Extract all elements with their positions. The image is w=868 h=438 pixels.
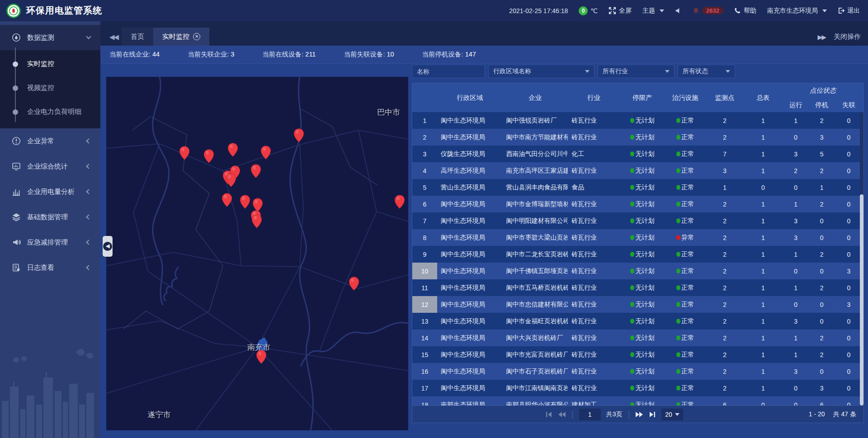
org-dropdown[interactable]: 南充市生态环境局 (767, 7, 827, 15)
tabs-scroll-left-icon[interactable]: ◀◀ (106, 33, 122, 46)
table-row[interactable]: 6阆中生态环境局阆中市金博瑞新型墙材砖瓦行业无计划正常21120 (412, 196, 863, 212)
alert-circle-icon (12, 137, 21, 146)
table-row[interactable]: 8阆中生态环境局阆中市枣碧大梁山页岩砖瓦行业无计划异常21300 (412, 229, 863, 246)
tab-home[interactable]: 首页 (122, 28, 153, 46)
temperature-badge: 0 (579, 6, 588, 15)
table-row[interactable]: 2阆中生态环境局阆中市南方节能建材有砖瓦行业无计划正常21030 (412, 129, 863, 146)
cell-company: 南充市高坪区王家店建 (503, 167, 568, 175)
table-row[interactable]: 13阆中生态环境局阆中市金福旺页岩机砖砖瓦行业无计划正常21300 (412, 313, 863, 330)
cell-meter: 1 (744, 217, 782, 225)
map-pin-icon[interactable] (204, 149, 214, 163)
table-row[interactable]: 16阆中生态环境局阆中市石子页岩机砖厂砖瓦行业无计划正常21300 (412, 363, 863, 380)
sidebar-item-3[interactable]: 企业用电量分析 (0, 179, 100, 204)
cell-facility-status: 正常 (665, 267, 706, 275)
status-filter-select[interactable]: 所有状态 (678, 65, 735, 78)
table-row[interactable]: 11阆中生态环境局阆中市五马桥页岩机砖砖瓦行业无计划正常21120 (412, 279, 863, 296)
sidebar-item-4[interactable]: 基础数据管理 (0, 204, 100, 230)
cell-lost: 0 (834, 184, 863, 191)
cell-stop: 6 (809, 401, 834, 406)
map-pin-icon[interactable] (260, 146, 271, 160)
table-scrollbar[interactable] (860, 112, 863, 405)
cell-lost: 0 (834, 284, 863, 292)
sidebar-item-0[interactable]: 数据监测 (0, 25, 100, 50)
name-filter-input[interactable] (417, 68, 480, 75)
name-filter[interactable] (412, 65, 485, 78)
page-size-select[interactable]: 20 (661, 409, 683, 420)
close-operations-button[interactable]: 关闭操作 (834, 33, 861, 41)
map-pin-icon[interactable] (256, 350, 267, 364)
map-pin-icon[interactable] (226, 173, 236, 187)
map-pin-icon[interactable] (251, 214, 262, 228)
speaker-icon (675, 7, 682, 14)
cell-meter: 1 (744, 167, 782, 174)
cell-run: 0 (782, 184, 809, 191)
table-row[interactable]: 4高坪生态环境局南充市高坪区王家店建砖瓦行业无计划正常31220 (412, 162, 863, 179)
sidebar-subitem-2[interactable]: 企业电力负荷明细 (0, 100, 100, 124)
chevron-down-icon (822, 9, 827, 12)
table-row[interactable]: 9阆中生态环境局阆中市二龙长宝页岩砖砖瓦行业无计划正常21120 (412, 246, 863, 263)
table-row[interactable]: 10阆中生态环境局阆中千佛镇五郎垭页岩砖瓦行业无计划正常21003 (412, 263, 863, 279)
sidebar-subitem-1[interactable]: 视频监控 (0, 76, 100, 100)
tab-realtime-monitor[interactable]: 实时监控 ✕ (153, 28, 209, 46)
theme-dropdown[interactable]: 主题 (642, 7, 664, 15)
chevron-down-icon (585, 70, 590, 73)
cell-meter: 1 (744, 301, 782, 308)
map-pin-icon[interactable] (349, 277, 359, 291)
header-index (412, 83, 437, 112)
sidebar-subitem-0[interactable]: 实时监控 (0, 52, 100, 76)
table-row[interactable]: 1阆中生态环境局阆中强锐页岩砖厂砖瓦行业无计划正常21120 (412, 112, 863, 129)
industry-filter-select[interactable]: 所有行业 (598, 65, 675, 78)
table-row[interactable]: 5营山生态环境局营山县润丰肉食品有限食品无计划正常10010 (412, 179, 863, 196)
tabs-scroll-right-icon[interactable]: ▶▶ (817, 33, 826, 41)
map-pin-icon[interactable] (253, 198, 263, 212)
first-page-icon[interactable] (545, 411, 552, 418)
cell-run: 1 (782, 201, 809, 208)
cell-run: 3 (782, 318, 809, 325)
table-row[interactable]: 12阆中生态环境局阆中市忠信建材有限公砖瓦行业无计划正常21003 (412, 296, 863, 313)
map-pin-icon[interactable] (222, 193, 232, 207)
header-subcol-1: 停机 (809, 98, 834, 112)
map-panel[interactable]: 巴中市南充市遂宁市 ◀ (106, 77, 408, 430)
logout-button[interactable]: 退出 (838, 7, 860, 15)
help-button[interactable]: 帮助 (734, 7, 756, 15)
tab-strip: ◀◀ 首页 实时监控 ✕ ▶▶ 关闭操作 (100, 21, 868, 46)
last-page-icon[interactable] (649, 411, 656, 418)
cell-stop: 2 (809, 251, 834, 258)
table-row[interactable]: 17阆中生态环境局阆中市江南镇阆南页岩砖瓦行业无计划正常21030 (412, 380, 863, 396)
map-pin-icon[interactable] (179, 146, 190, 160)
cell-limit-status: 无计划 (620, 217, 665, 225)
sidebar-item-5[interactable]: 应急减排管理 (0, 230, 100, 255)
cell-points: 6 (706, 401, 744, 406)
table-row[interactable]: 14阆中生态环境局阆中大兴页岩机砖厂砖瓦行业无计划正常21120 (412, 330, 863, 346)
sidebar-item-6[interactable]: 日志查看 (0, 255, 100, 280)
tab-close-icon[interactable]: ✕ (193, 33, 200, 40)
notifications[interactable]: 2632 (693, 7, 723, 14)
sidebar-item-2[interactable]: 企业综合统计 (0, 154, 100, 179)
cell-limit-status: 无计划 (620, 234, 665, 242)
table-row[interactable]: 18南部生态环境局南部县职华小河有限公建材加工无计划正常60060 (412, 396, 863, 405)
table-row[interactable]: 7阆中生态环境局阆中明阳建材有限公司砖瓦行业无计划正常21300 (412, 212, 863, 229)
table-row[interactable]: 3仪陇生态环境局西南油气田分公司川中化工无计划正常71350 (412, 146, 863, 162)
next-page-icon[interactable] (635, 411, 643, 418)
table-row[interactable]: 15阆中生态环境局阆中市光富页岩机砖厂砖瓦行业无计划正常21120 (412, 346, 863, 363)
cell-points: 2 (706, 201, 744, 208)
cell-index: 6 (412, 196, 437, 212)
map-pin-icon[interactable] (395, 195, 405, 209)
cell-stop: 3 (809, 385, 834, 392)
page-number-input[interactable] (579, 409, 601, 420)
fullscreen-button[interactable]: 全屏 (609, 7, 632, 15)
cell-stop: 2 (809, 167, 834, 174)
sidebar-item-1[interactable]: 企业异常 (0, 128, 100, 154)
top-header: 环保用电监管系统 2021-02-25 17:46:18 0 ℃ 全屏 主题 2… (0, 0, 868, 21)
map-pin-icon[interactable] (240, 195, 250, 209)
map-collapse-button[interactable]: ◀ (103, 236, 113, 257)
cell-facility-status: 正常 (665, 301, 706, 309)
region-filter-select[interactable]: 行政区域名称 (488, 65, 594, 78)
map-pin-icon[interactable] (227, 143, 238, 157)
scrollbar-thumb[interactable] (860, 194, 863, 405)
map-pin-icon[interactable] (293, 128, 304, 142)
sound-mute-button[interactable] (675, 7, 682, 14)
prev-page-icon[interactable] (558, 411, 566, 418)
logout-icon (838, 7, 844, 14)
map-pin-icon[interactable] (251, 164, 261, 178)
